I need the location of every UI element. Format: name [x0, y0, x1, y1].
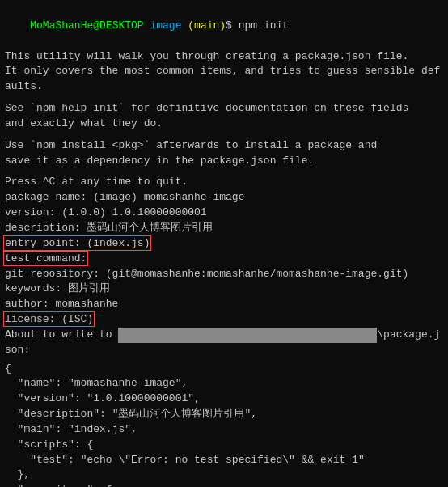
keywords-line: keywords: 图片引用 [5, 282, 443, 297]
json-main: "main": "index.js", [5, 422, 443, 438]
info-line-6: save it as a dependency in the package.j… [5, 154, 443, 169]
json-test: "test": "echo \"Error: no test specified… [5, 453, 443, 468]
description-line: description: 墨码山河个人博客图片引用 [5, 221, 443, 236]
info-line-1: This utility will walk you through creat… [5, 49, 443, 65]
prompt-user: MoMaShanHe@DESKTOP [30, 19, 143, 32]
info-line-5: Use `npm install <pkg>` afterwards to in… [5, 138, 443, 154]
entry-point-line: entry point: (index.js) [5, 236, 443, 252]
json-scripts-close: }, [5, 468, 443, 483]
info-line-3: See `npm help init` for definitive docum… [5, 101, 443, 116]
prompt-cmd: $ npm init [226, 19, 289, 32]
test-command-highlight: test command: [5, 252, 87, 265]
git-repo-line: git repository: (git@momashanhe:momashan… [5, 267, 443, 282]
json-open-brace: { [5, 362, 443, 377]
version-line: version: (1.0.0) 1.0.10000000001 [5, 205, 443, 221]
terminal-window: MoMaShanHe@DESKTOP image (main)$ npm ini… [0, 0, 448, 487]
package-name-line: package name: (image) momashanhe-image [5, 190, 443, 205]
prompt-line: MoMaShanHe@DESKTOP image (main)$ npm ini… [5, 3, 443, 49]
prompt-path: image [150, 19, 181, 32]
path-hidden [118, 328, 377, 343]
json-scripts-open: "scripts": { [5, 438, 443, 453]
about-to-write-line: About to write to \package.json: [5, 328, 443, 358]
info-line-7: Press ^C at any time to quit. [5, 175, 443, 190]
author-line: author: momashanhe [5, 297, 443, 312]
json-version: "version": "1.0.10000000001", [5, 392, 443, 407]
info-line-2: It only covers the most common items, an… [5, 64, 443, 95]
json-name: "name": "momashanhe-image", [5, 376, 443, 392]
json-description: "description": "墨码山河个人博客图片引用", [5, 407, 443, 422]
json-repo-open: "repository": { [5, 483, 443, 487]
license-line: license: (ISC) [5, 312, 443, 328]
prompt-branch: (main) [188, 19, 226, 32]
info-line-4: and exactly what they do. [5, 116, 443, 132]
test-command-line: test command: [5, 252, 443, 267]
entry-point-highlight: entry point: (index.js) [5, 237, 150, 249]
license-highlight: license: (ISC) [5, 313, 93, 325]
